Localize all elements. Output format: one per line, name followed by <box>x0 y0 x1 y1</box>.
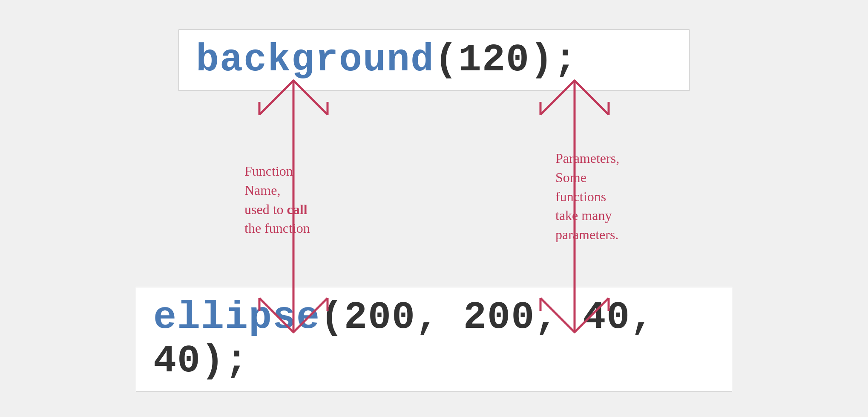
bottom-fn-name: ellipse <box>153 296 320 339</box>
bottom-code-box: ellipse(200, 200, 40, 40); <box>136 287 732 392</box>
label-params-text: Parameters,Somefunctionstake manyparamet… <box>555 151 619 242</box>
top-params: (120); <box>434 38 578 82</box>
diagram-container: background(120); ellipse(200, 200, 40, 4… <box>136 17 732 400</box>
label-function-name: FunctionName,used to callthe function <box>244 162 330 238</box>
label-fn-text: FunctionName,used to callthe function <box>244 163 310 236</box>
top-code-text: background(120); <box>196 38 578 82</box>
bottom-code-text: ellipse(200, 200, 40, 40); <box>153 296 715 383</box>
top-fn-name: background <box>196 38 434 82</box>
label-parameters: Parameters,Somefunctionstake manyparamet… <box>555 149 649 244</box>
top-code-box: background(120); <box>178 29 690 91</box>
